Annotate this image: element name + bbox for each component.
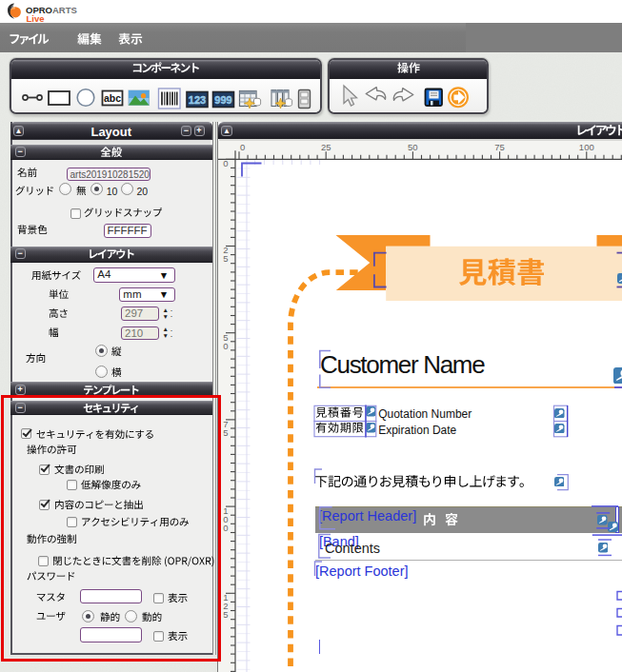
svg-text:0: 0 — [223, 341, 228, 351]
svg-text:999: 999 — [214, 94, 231, 106]
svg-text:0: 0 — [223, 523, 228, 533]
svg-text:50: 50 — [408, 143, 418, 153]
svg-text:75: 75 — [494, 143, 505, 153]
svg-text:0: 0 — [223, 158, 228, 168]
svg-text:5: 5 — [223, 609, 228, 620]
svg-text:25: 25 — [321, 143, 331, 153]
svg-text:abc: abc — [104, 92, 121, 104]
svg-text:100: 100 — [579, 143, 594, 153]
svg-text:5: 5 — [223, 254, 228, 265]
svg-text:0: 0 — [240, 143, 245, 153]
svg-text:5: 5 — [223, 427, 228, 438]
svg-text:123: 123 — [189, 94, 206, 106]
